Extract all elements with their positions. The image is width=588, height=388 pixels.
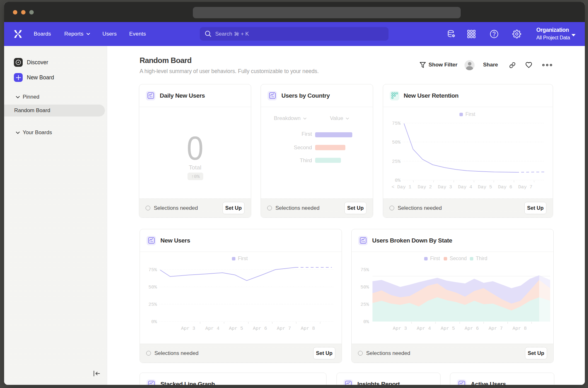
svg-text:Apr 5: Apr 5	[441, 326, 455, 331]
svg-text:Day 7: Day 7	[518, 185, 532, 190]
svg-text:0%: 0%	[395, 178, 401, 183]
svg-text:Apr 6: Apr 6	[253, 326, 267, 331]
svg-text:Day 6: Day 6	[498, 185, 512, 190]
svg-text:Day 5: Day 5	[478, 185, 492, 190]
svg-text:75%: 75%	[392, 121, 401, 126]
svg-text:< Day 1: < Day 1	[391, 185, 411, 190]
svg-text:Day 3: Day 3	[438, 185, 452, 190]
svg-text:Apr 8: Apr 8	[301, 326, 315, 331]
svg-text:Day 4: Day 4	[458, 185, 472, 190]
svg-text:Apr 5: Apr 5	[229, 326, 243, 331]
svg-text:75%: 75%	[360, 267, 369, 273]
svg-text:0%: 0%	[363, 319, 369, 325]
svg-text:Apr 6: Apr 6	[464, 326, 479, 331]
svg-text:Apr 7: Apr 7	[488, 326, 503, 331]
svg-text:Day 2: Day 2	[418, 185, 432, 190]
svg-text:75%: 75%	[148, 267, 157, 273]
svg-text:50%: 50%	[360, 285, 369, 290]
svg-text:0%: 0%	[151, 319, 157, 325]
svg-text:Apr 4: Apr 4	[417, 326, 431, 331]
svg-text:25%: 25%	[360, 302, 369, 307]
svg-text:50%: 50%	[392, 140, 401, 145]
svg-text:Apr 3: Apr 3	[393, 326, 407, 331]
svg-text:Apr 8: Apr 8	[512, 326, 527, 331]
svg-text:50%: 50%	[148, 285, 157, 290]
svg-text:Apr 7: Apr 7	[277, 326, 291, 331]
svg-text:Apr 3: Apr 3	[181, 326, 195, 331]
svg-text:25%: 25%	[148, 302, 157, 307]
svg-text:25%: 25%	[392, 159, 401, 164]
svg-text:Apr 4: Apr 4	[205, 326, 219, 331]
